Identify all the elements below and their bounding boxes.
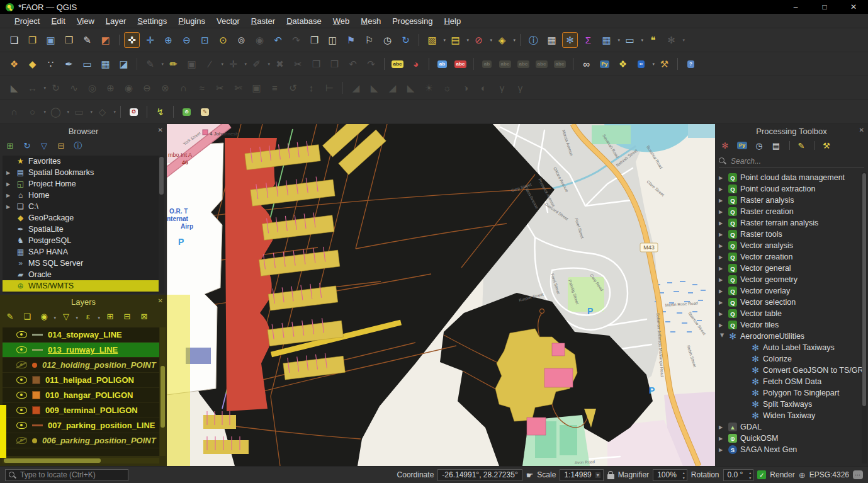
- select-features-button[interactable]: ▧: [424, 32, 440, 48]
- processing-tree-item[interactable]: ▶ Colorize: [716, 353, 862, 365]
- expander-icon[interactable]: ▶: [719, 220, 725, 226]
- temporal-controller-button[interactable]: ◷: [380, 32, 395, 48]
- layer-visibility-toggle[interactable]: [16, 361, 27, 368]
- save-project-button[interactable]: ▣: [43, 32, 59, 48]
- toggle-editing-button[interactable]: ✏: [166, 56, 181, 72]
- collapse-all-layers-button[interactable]: ⊟: [121, 310, 133, 322]
- layer-row[interactable]: 007_parking_position_LINE: [3, 418, 159, 433]
- processing-tree-item[interactable]: ▶ Point cloud extraction: [716, 183, 862, 195]
- new-map-view-button[interactable]: ❐: [307, 32, 322, 48]
- fill-ring-button[interactable]: ◉: [121, 80, 137, 96]
- shape-circle-button[interactable]: ○: [25, 104, 40, 120]
- layer-diagram-button[interactable]: ◕: [408, 56, 424, 72]
- layer-visibility-toggle[interactable]: [16, 437, 27, 444]
- current-edits-button[interactable]: ✎: [142, 56, 158, 72]
- merge-features-button[interactable]: ▣: [249, 80, 264, 96]
- expander-icon[interactable]: ▶: [719, 254, 725, 260]
- quickmapservices-button[interactable]: ❖: [615, 56, 631, 72]
- crs-globe-icon[interactable]: ⊕: [799, 470, 806, 480]
- menu-item[interactable]: Help: [438, 15, 466, 27]
- full-histogram-stretch-button[interactable]: ◣: [366, 80, 382, 96]
- rotate-feature-button[interactable]: ↻: [48, 80, 64, 96]
- new-geopackage-layer-button[interactable]: ◆: [25, 56, 40, 72]
- expander-icon[interactable]: ▶: [719, 322, 725, 328]
- map-canvas[interactable]: M43 4 Johannesb mbo Int A 46 O.R. T nter…: [167, 124, 715, 466]
- change-label-button[interactable]: abc: [516, 56, 531, 72]
- browser-tree-item[interactable]: ▶ WMS/WMTS: [3, 280, 164, 292]
- identify-features-button[interactable]: ⓘ: [526, 32, 541, 48]
- browser-tree-item[interactable]: ▶ SAP HANA: [3, 246, 164, 258]
- add-part-button[interactable]: ⊕: [103, 80, 118, 96]
- processing-tree-item[interactable]: ▶ AerodromeUtilities: [716, 331, 862, 342]
- refresh-map-button[interactable]: ↻: [398, 32, 414, 48]
- layer-visibility-toggle[interactable]: [16, 392, 27, 399]
- redo-button[interactable]: ↷: [363, 56, 379, 72]
- scrollbar-thumb[interactable]: [862, 173, 866, 406]
- expander-icon[interactable]: ▶: [719, 209, 725, 215]
- expander-icon[interactable]: ▶: [719, 186, 725, 192]
- expand-all-layers-button[interactable]: ⊞: [104, 310, 116, 322]
- modify-attributes-button[interactable]: ✐: [249, 56, 264, 72]
- expander-icon[interactable]: ▶: [719, 300, 725, 305]
- delete-ring-button[interactable]: ⊖: [139, 80, 155, 96]
- processing-tree-item[interactable]: ▶ QuickOSM: [716, 433, 862, 444]
- scale-combo[interactable]: 1:14989: [560, 469, 603, 481]
- nail-hammer-plugin-button[interactable]: ⚒: [657, 56, 672, 72]
- statistical-summary-button[interactable]: ▦: [544, 32, 560, 48]
- menu-item[interactable]: Project: [9, 15, 45, 27]
- processing-tree-item[interactable]: ▶ Vector selection: [716, 297, 862, 308]
- processing-tree-item[interactable]: ▶ Raster analysis: [716, 195, 862, 206]
- layer-row[interactable]: 006_parking_position_POINT: [3, 433, 159, 448]
- expander-icon[interactable]: ▶: [719, 447, 725, 453]
- filter-legend-button[interactable]: ▽: [60, 310, 72, 322]
- expander-icon[interactable]: ▶: [6, 170, 13, 176]
- render-checkbox[interactable]: ✓: [757, 470, 766, 479]
- add-ring-button[interactable]: ◎: [84, 80, 100, 96]
- processing-tree-item[interactable]: ▶ Vector overlay: [716, 285, 862, 297]
- layer-styling-button[interactable]: ✎: [4, 310, 16, 322]
- layer-labeling-button[interactable]: abc: [390, 56, 405, 72]
- expander-icon[interactable]: ▶: [6, 181, 13, 187]
- browser-close-icon[interactable]: ✕: [158, 127, 163, 134]
- processing-tree-item[interactable]: ▶ GDAL: [716, 421, 862, 433]
- layer-row[interactable]: 011_helipad_POLIGON: [3, 373, 159, 388]
- close-button[interactable]: ✕: [839, 0, 868, 14]
- menu-item[interactable]: Mesh: [355, 15, 386, 27]
- processing-scrollbar[interactable]: [862, 172, 867, 463]
- local-histogram-stretch-button[interactable]: ◢: [348, 80, 364, 96]
- toolbox-history-button[interactable]: ◷: [753, 139, 765, 152]
- toolbox-edit-in-place-button[interactable]: ✎: [795, 139, 808, 152]
- new-3d-map-view-button[interactable]: ◫: [325, 32, 341, 48]
- reshape-features-button[interactable]: ∩: [176, 80, 191, 96]
- decrease-gamma-button[interactable]: γ: [512, 80, 528, 96]
- label-properties-button[interactable]: abc: [552, 56, 568, 72]
- browser-add-layers-button[interactable]: ⊞: [4, 139, 16, 152]
- pan-map-button[interactable]: ✜: [124, 32, 140, 48]
- help-button[interactable]: ?: [683, 56, 699, 72]
- zoom-out-button[interactable]: ⊖: [179, 32, 194, 48]
- layer-visibility-toggle[interactable]: [16, 331, 27, 338]
- rotation-spinbox[interactable]: 0.0 °: [723, 469, 754, 481]
- processing-tree-item[interactable]: ▶ Vector tiles: [716, 319, 862, 331]
- processing-tree-item[interactable]: ▶ Convert GeoJSON to TS/GR: [716, 365, 862, 376]
- expander-icon[interactable]: ▶: [719, 277, 725, 283]
- delete-part-button[interactable]: ⊗: [157, 80, 173, 96]
- menu-item[interactable]: Plugins: [172, 15, 211, 27]
- processing-search-input[interactable]: [730, 156, 864, 166]
- full-cumulative-stretch-button[interactable]: ◣: [403, 80, 419, 96]
- browser-tree-item[interactable]: ▶ SpatiaLite: [3, 224, 164, 235]
- zoom-native-resolution-button[interactable]: ◉: [252, 32, 268, 48]
- new-spatialite-layer-button[interactable]: ✒: [61, 56, 77, 72]
- crs-value[interactable]: EPSG:4326: [809, 470, 849, 479]
- python-console-button[interactable]: Py: [597, 56, 612, 72]
- browser-refresh-button[interactable]: ↻: [21, 139, 33, 152]
- advanced-digitizing-button[interactable]: ◣: [6, 80, 22, 96]
- style-manager-button[interactable]: ◩: [98, 32, 113, 48]
- select-by-location-button[interactable]: ◈: [494, 32, 510, 48]
- processing-tree-item[interactable]: ▶ Polygon To Singlepart: [716, 387, 862, 399]
- processing-tree-item[interactable]: ▶ Vector table: [716, 308, 862, 319]
- scrollbar-thumb[interactable]: [4, 458, 101, 463]
- rotate-label-button[interactable]: abc: [497, 56, 513, 72]
- processing-tree-item[interactable]: ▶ Vector geometry: [716, 274, 862, 285]
- processing-tree-item[interactable]: ▶ Vector analysis: [716, 240, 862, 251]
